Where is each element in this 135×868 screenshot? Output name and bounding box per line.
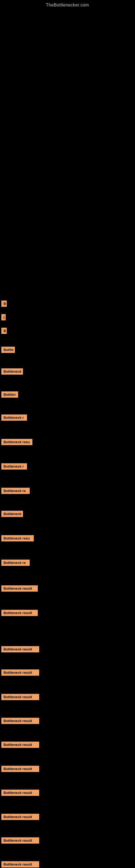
bottleneck-item-4[interactable]: Bottleneck [1, 368, 23, 377]
bottleneck-item-24[interactable]: Bottleneck result [1, 861, 39, 868]
bottleneck-label-24: Bottleneck result [1, 861, 39, 867]
bottleneck-item-18[interactable]: Bottleneck result [1, 718, 39, 727]
bottleneck-label-22: Bottleneck result [1, 814, 39, 820]
bottleneck-item-9[interactable]: Bottleneck re [1, 488, 30, 497]
bottleneck-item-22[interactable]: Bottleneck result [1, 814, 39, 823]
bottleneck-item-21[interactable]: Bottleneck result [1, 789, 39, 799]
bottleneck-item-23[interactable]: Bottleneck result [1, 837, 39, 846]
bottleneck-label-5: Bottlen [1, 392, 18, 398]
bottleneck-label-16: Bottleneck result [1, 670, 39, 676]
bottleneck-item-17[interactable]: Bottleneck result [1, 694, 39, 703]
bottleneck-item-6[interactable]: Bottleneck r [1, 414, 27, 424]
bottleneck-label-2: B [1, 328, 7, 334]
bottleneck-label-12: Bottleneck re [1, 560, 30, 566]
bottleneck-item-8[interactable]: Bottleneck r [1, 463, 27, 472]
bottleneck-label-21: Bottleneck result [1, 789, 39, 796]
bottleneck-label-18: Bottleneck result [1, 718, 39, 724]
bottleneck-label-7: Bottleneck resu [1, 439, 32, 445]
bottleneck-item-7[interactable]: Bottleneck resu [1, 439, 32, 448]
bottleneck-label-4: Bottleneck [1, 368, 23, 375]
bottleneck-label-9: Bottleneck re [1, 488, 30, 494]
bottleneck-label-15: Bottleneck result [1, 646, 39, 652]
bottleneck-label-20: Bottleneck result [1, 766, 39, 772]
bottleneck-label-23: Bottleneck result [1, 837, 39, 844]
bottleneck-label-6: Bottleneck r [1, 414, 27, 421]
bottleneck-item-0[interactable]: B [1, 301, 7, 310]
bottleneck-item-14[interactable]: Bottleneck result [1, 610, 38, 619]
bottleneck-item-2[interactable]: B [1, 328, 7, 337]
bottleneck-label-3: Bottle [1, 347, 15, 353]
bottleneck-item-15[interactable]: Bottleneck result [1, 646, 39, 655]
bottleneck-label-1: | [1, 314, 6, 320]
bottleneck-item-1[interactable]: | [1, 314, 6, 323]
bottleneck-item-19[interactable]: Bottleneck result [1, 742, 39, 750]
bottleneck-item-3[interactable]: Bottle [1, 347, 15, 355]
bottleneck-item-16[interactable]: Bottleneck result [1, 670, 39, 678]
bottleneck-item-13[interactable]: Bottleneck result [1, 585, 38, 594]
bottleneck-label-0: B [1, 301, 7, 307]
bottleneck-label-14: Bottleneck result [1, 610, 38, 616]
bottleneck-item-5[interactable]: Bottlen [1, 392, 18, 400]
bottleneck-item-20[interactable]: Bottleneck result [1, 766, 39, 775]
bottleneck-item-11[interactable]: Bottleneck resu [1, 535, 34, 544]
bottleneck-label-10: Bottleneck [1, 511, 23, 517]
bottleneck-label-19: Bottleneck result [1, 742, 39, 748]
site-title: TheBottlenecker.com [0, 0, 135, 8]
bottleneck-label-13: Bottleneck result [1, 585, 38, 592]
bottleneck-item-12[interactable]: Bottleneck re [1, 560, 30, 568]
bottleneck-label-11: Bottleneck resu [1, 535, 34, 541]
bottleneck-label-8: Bottleneck r [1, 463, 27, 469]
bottleneck-label-17: Bottleneck result [1, 694, 39, 700]
bottleneck-item-10[interactable]: Bottleneck [1, 511, 23, 520]
